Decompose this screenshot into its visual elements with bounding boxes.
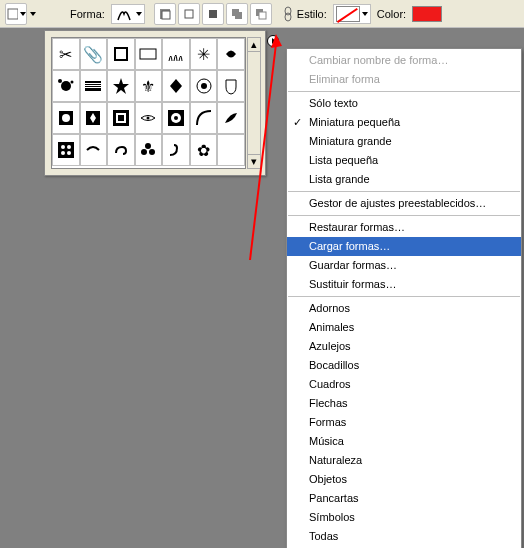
svg-rect-28 <box>118 115 124 121</box>
menu-delete[interactable]: Eliminar forma <box>287 70 521 89</box>
color-label: Color: <box>377 8 406 20</box>
tool-preset-arrow[interactable] <box>30 12 36 16</box>
shape-ornament[interactable] <box>217 38 245 70</box>
grid-scrollbar[interactable]: ▴ ▾ <box>247 37 261 169</box>
color-picker[interactable] <box>412 6 442 22</box>
menu-cat-adornos[interactable]: Adornos <box>287 299 521 318</box>
menu-text-only[interactable]: Sólo texto <box>287 94 521 113</box>
link-icon <box>283 6 293 22</box>
svg-point-24 <box>62 114 70 122</box>
style-label: Estilo: <box>297 8 327 20</box>
menu-thumb-large[interactable]: Miniatura grande <box>287 132 521 151</box>
shape-flourish[interactable] <box>135 102 163 134</box>
menu-separator <box>288 215 520 216</box>
menu-cat-formas[interactable]: Formas <box>287 413 521 432</box>
shape-crest[interactable] <box>217 70 245 102</box>
menu-cat-objetos[interactable]: Objetos <box>287 470 521 489</box>
svg-point-14 <box>61 81 71 91</box>
menu-cat-todas[interactable]: Todas <box>287 527 521 546</box>
shape-floral[interactable] <box>135 134 163 166</box>
menu-cat-simbolos[interactable]: Símbolos <box>287 508 521 527</box>
mode-fill[interactable] <box>202 3 224 25</box>
shape-grass[interactable] <box>162 38 190 70</box>
shape-stamp[interactable] <box>107 38 135 70</box>
scroll-down[interactable]: ▾ <box>248 154 260 168</box>
svg-point-10 <box>285 13 291 21</box>
shape-picker-panel: ✂ 📎 ✳ ⚜ ✿ ▴ ▾ <box>44 30 266 176</box>
shape-vine[interactable] <box>80 134 108 166</box>
shape-blank[interactable] <box>217 134 245 166</box>
shape-rosette[interactable] <box>162 102 190 134</box>
shape-fleur[interactable]: ⚜ <box>135 70 163 102</box>
menu-rename[interactable]: Cambiar nombre de forma… <box>287 51 521 70</box>
svg-point-37 <box>67 151 71 155</box>
menu-cat-pancartas[interactable]: Pancartas <box>287 489 521 508</box>
menu-thumb-small[interactable]: Miniatura pequeña <box>287 113 521 132</box>
shape-ornament2[interactable] <box>80 102 108 134</box>
svg-rect-19 <box>85 85 101 86</box>
svg-rect-8 <box>259 12 266 19</box>
flyout-menu-button[interactable] <box>267 35 279 47</box>
shape-snowflake[interactable]: ✳ <box>190 38 218 70</box>
menu-preset-manager[interactable]: Gestor de ajustes preestablecidos… <box>287 194 521 213</box>
shape-ornament1[interactable] <box>52 102 80 134</box>
menu-replace[interactable]: Sustituir formas… <box>287 275 521 294</box>
menu-cat-animales[interactable]: Animales <box>287 318 521 337</box>
menu-cat-musica[interactable]: Música <box>287 432 521 451</box>
svg-rect-18 <box>85 83 101 84</box>
svg-rect-6 <box>235 12 242 19</box>
shape-badge[interactable] <box>190 70 218 102</box>
shape-diamond[interactable] <box>162 70 190 102</box>
svg-rect-12 <box>116 49 126 59</box>
menu-separator <box>288 191 520 192</box>
menu-save[interactable]: Guardar formas… <box>287 256 521 275</box>
svg-point-39 <box>141 149 147 155</box>
svg-rect-33 <box>58 142 74 158</box>
menu-list-large[interactable]: Lista grande <box>287 170 521 189</box>
svg-point-38 <box>145 143 151 149</box>
svg-point-34 <box>61 145 65 149</box>
svg-point-32 <box>174 116 178 120</box>
style-picker[interactable] <box>333 4 371 24</box>
style-none-icon <box>336 6 360 22</box>
shape-flowerblock[interactable] <box>52 134 80 166</box>
shape-flag[interactable] <box>80 70 108 102</box>
shape-tile[interactable] <box>107 102 135 134</box>
shape-flower[interactable]: ✿ <box>190 134 218 166</box>
shape-splat[interactable] <box>52 70 80 102</box>
shape-curl[interactable] <box>162 134 190 166</box>
menu-cat-flechas[interactable]: Flechas <box>287 394 521 413</box>
shape-picker[interactable] <box>111 4 145 24</box>
svg-point-40 <box>149 149 155 155</box>
svg-point-29 <box>147 117 150 120</box>
menu-load[interactable]: Cargar formas… <box>287 237 521 256</box>
svg-rect-2 <box>162 11 170 19</box>
menu-cat-cuadros[interactable]: Cuadros <box>287 375 521 394</box>
combine-subtract[interactable] <box>250 3 272 25</box>
menu-cat-bocadillos[interactable]: Bocadillos <box>287 356 521 375</box>
shape-star[interactable] <box>107 70 135 102</box>
menu-cat-azulejos[interactable]: Azulejos <box>287 337 521 356</box>
shape-swirl[interactable] <box>107 134 135 166</box>
shape-envelope[interactable] <box>135 38 163 70</box>
mode-shape-layer[interactable] <box>154 3 176 25</box>
svg-rect-13 <box>140 49 156 59</box>
svg-point-22 <box>201 83 207 89</box>
menu-list-small[interactable]: Lista pequeña <box>287 151 521 170</box>
shape-grid: ✂ 📎 ✳ ⚜ ✿ <box>51 37 246 169</box>
menu-cat-naturaleza[interactable]: Naturaleza <box>287 451 521 470</box>
svg-rect-4 <box>209 10 217 18</box>
tool-dropdown[interactable] <box>5 3 27 25</box>
scroll-up[interactable]: ▴ <box>248 38 260 52</box>
options-toolbar: Forma: Estilo: Color: <box>0 0 524 28</box>
svg-point-36 <box>61 151 65 155</box>
menu-separator <box>288 296 520 297</box>
mode-path[interactable] <box>178 3 200 25</box>
shape-leaf[interactable] <box>217 102 245 134</box>
shape-corner[interactable] <box>190 102 218 134</box>
combine-add[interactable] <box>226 3 248 25</box>
menu-restore[interactable]: Restaurar formas… <box>287 218 521 237</box>
svg-point-35 <box>67 145 71 149</box>
shape-scissors[interactable]: ✂ <box>52 38 80 70</box>
shape-paperclip[interactable]: 📎 <box>80 38 108 70</box>
